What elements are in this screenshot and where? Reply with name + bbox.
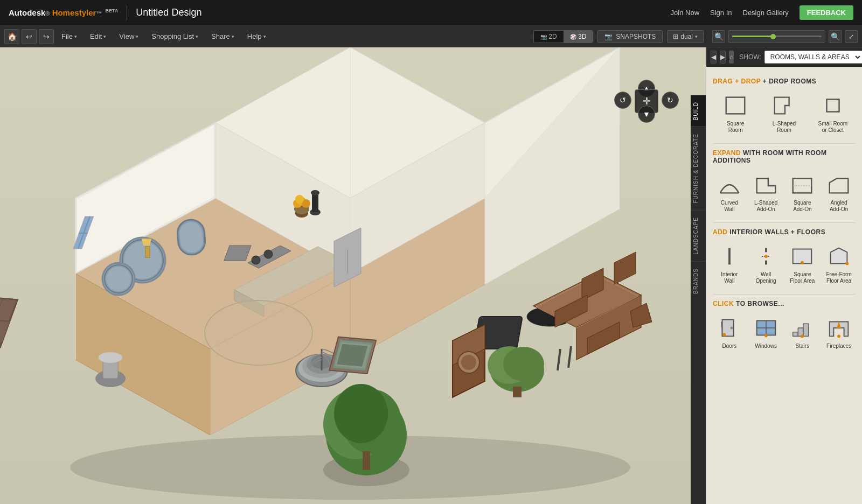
browse-grid: Doors Windows [713,313,856,352]
small-room-label: Small Roomor Closet [818,121,847,134]
l-shaped-addon-label: L-ShapedAdd-On [754,200,777,213]
zoom-track [732,36,822,37]
svg-rect-82 [337,344,367,367]
svg-rect-58 [363,451,370,470]
share-menu[interactable]: Share ▾ [206,30,240,43]
nav-down-button[interactable]: ▼ [638,106,655,123]
nav-rotate-right-button[interactable]: ↻ [662,92,679,109]
expand-rooms-header: EXPAND WITH ROOM WITH ROOM ADDITIONS [713,149,856,164]
dual-arrow: ▾ [695,34,698,39]
free-form-floor-label: Free-FormFloor Area [826,271,852,284]
interior-wall-label: InteriorWall [721,271,738,284]
right-panel: ◀ ▶ ⌂ SHOW: ROOMS, WALLS & AREAS ALL FLO… [706,47,862,504]
dual-button[interactable]: ⊞ dual ▾ [667,30,704,43]
free-form-floor-item[interactable]: Free-FormFloor Area [822,241,856,286]
join-now-link[interactable]: Join Now [671,9,699,17]
curved-wall-item[interactable]: Curved Wall [713,170,746,215]
home-button[interactable]: 🏠 [4,29,19,44]
feedback-button[interactable]: FEEDBACK [800,5,853,20]
zoom-fill [732,36,773,37]
zoom-slider[interactable] [728,30,825,43]
svg-point-111 [801,261,804,264]
svg-point-46 [295,195,304,204]
svg-point-92 [205,300,312,365]
view-3d-button[interactable]: 🎲 3D [564,31,593,43]
wall-opening-label: WallOpening [756,271,776,284]
view-menu-arrow: ▾ [136,34,138,39]
zoom-in-button[interactable]: 🔍 [829,30,842,43]
square-addon-label: SquareAdd-On [793,200,811,213]
square-addon-item[interactable]: SquareAdd-On [786,170,819,215]
expand-rooms-grid: Curved Wall L-ShapedAdd-On [713,170,856,215]
svg-marker-88 [142,239,151,246]
wall-opening-icon [753,244,780,268]
view-menu[interactable]: View ▾ [114,30,144,43]
tab-landscape[interactable]: LANDSCAPE [691,210,706,261]
panel-back-button[interactable]: ◀ [711,51,717,64]
navigation-controls: ▲ ↺ ↻ ▼ [614,80,679,123]
canvas-area[interactable]: ▲ ↺ ↻ ▼ [0,47,706,504]
snapshots-button[interactable]: 📷 SNAPSHOTS [597,30,663,43]
svg-marker-112 [831,248,847,264]
svg-rect-32 [0,321,9,342]
angled-addon-item[interactable]: AngledAdd-On [822,170,856,215]
share-menu-arrow: ▾ [232,34,234,39]
show-label: SHOW: [739,53,761,61]
file-menu[interactable]: File ▾ [56,30,82,43]
menu-bar: 🏠 ↩ ↪ File ▾ Edit ▾ View ▾ Shopping List… [0,26,862,47]
svg-point-116 [722,333,726,337]
view-2d-button[interactable]: 📷 2D [534,31,564,43]
svg-point-37 [264,250,273,258]
help-menu[interactable]: Help ▾ [242,30,272,43]
sign-in-link[interactable]: Sign In [710,9,732,17]
fireplaces-item[interactable]: Fireplaces [822,313,856,352]
tab-brands[interactable]: BRANDS [691,261,706,300]
zoom-out-button[interactable]: 🔍 [712,30,725,43]
panel-header: ◀ ▶ ⌂ SHOW: ROOMS, WALLS & AREAS ALL FLO… [706,47,862,67]
view-toggle: 📷 2D 🎲 3D [533,30,593,43]
nav-rotate-left-button[interactable]: ↺ [614,92,631,109]
curved-wall-icon [716,173,743,197]
shopping-list-menu[interactable]: Shopping List ▾ [146,30,204,43]
windows-item[interactable]: Windows [749,313,783,352]
menu-bar-left: 🏠 ↩ ↪ File ▾ Edit ▾ View ▾ Shopping List… [4,29,272,44]
file-menu-arrow: ▾ [74,34,77,39]
l-shaped-room-item[interactable]: L-ShapedRoom [761,90,807,136]
doors-item[interactable]: Doors [713,313,746,352]
small-room-item[interactable]: Small Roomor Closet [810,90,856,136]
wall-opening-item[interactable]: WallOpening [749,241,783,286]
square-room-item[interactable]: SquareRoom [713,90,758,136]
svg-point-78 [99,352,122,363]
camera-icon: 📷 [604,33,613,40]
svg-line-63 [568,346,571,368]
svg-point-57 [334,384,388,443]
svg-point-36 [252,256,260,264]
tab-furnish[interactable]: FURNISH & DECORATE [691,127,706,210]
square-addon-icon [789,173,816,197]
interior-wall-item[interactable]: InteriorWall [713,241,746,286]
redo-button[interactable]: ↪ [39,29,54,44]
stairs-item[interactable]: Stairs [786,313,819,352]
edit-menu[interactable]: Edit ▾ [85,30,112,43]
panel-forward-button[interactable]: ▶ [720,51,726,64]
doors-label: Doors [722,343,737,349]
svg-point-124 [801,335,804,338]
design-gallery-link[interactable]: Design Gallery [743,9,789,17]
divider-1 [713,143,856,144]
windows-icon [753,316,780,340]
show-dropdown[interactable]: ROOMS, WALLS & AREAS ALL FLOORS ONLY [764,51,862,64]
svg-marker-104 [830,178,849,193]
l-shaped-addon-icon [753,173,780,197]
panel-home-button[interactable]: ⌂ [729,51,734,64]
l-shaped-addon-item[interactable]: L-ShapedAdd-On [749,170,783,215]
fullscreen-button[interactable]: ⤢ [845,30,858,43]
angled-addon-icon [825,173,852,197]
square-room-icon [722,94,749,117]
free-form-floor-icon [825,244,852,268]
square-floor-area-item[interactable]: SquareFloor Area [786,241,819,286]
logo-text: Autodesk® Homestyler™ BETA [9,8,118,17]
tab-build[interactable]: BUILD [691,95,706,127]
svg-rect-121 [793,332,798,337]
undo-button[interactable]: ↩ [22,29,37,44]
svg-point-91 [311,190,319,195]
